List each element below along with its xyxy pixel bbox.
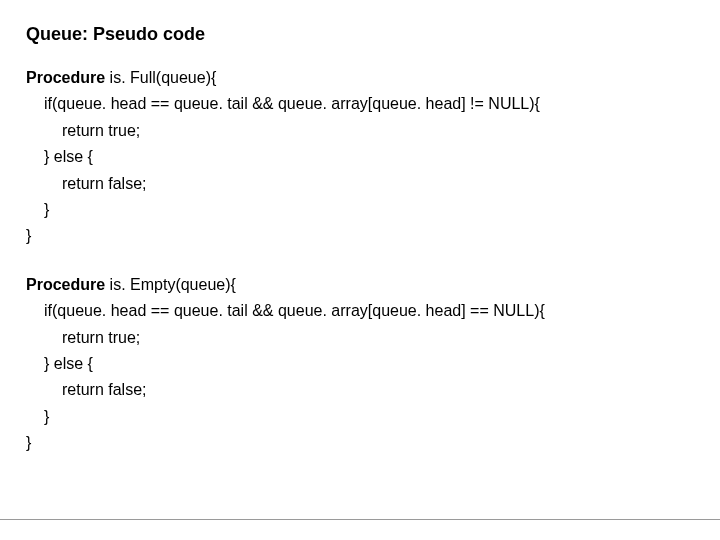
signature: is. Full(queue){	[105, 69, 216, 86]
slide: Queue: Pseudo code Procedure is. Full(qu…	[0, 0, 720, 540]
procedure-isempty: Procedure is. Empty(queue){ if(queue. he…	[26, 272, 694, 457]
code-line: }	[26, 430, 694, 456]
code-line: return false;	[26, 377, 694, 403]
code-line: return true;	[26, 325, 694, 351]
code-line: }	[26, 197, 694, 223]
procedure-isfull: Procedure is. Full(queue){ if(queue. hea…	[26, 65, 694, 250]
code-line: return true;	[26, 118, 694, 144]
code-line: } else {	[26, 351, 694, 377]
code-line: }	[26, 223, 694, 249]
horizontal-rule	[0, 519, 720, 520]
code-line: return false;	[26, 171, 694, 197]
signature: is. Empty(queue){	[105, 276, 236, 293]
code-line: Procedure is. Full(queue){	[26, 65, 694, 91]
code-line: Procedure is. Empty(queue){	[26, 272, 694, 298]
code-line: if(queue. head == queue. tail && queue. …	[26, 91, 694, 117]
keyword-procedure: Procedure	[26, 69, 105, 86]
code-line: }	[26, 404, 694, 430]
slide-title: Queue: Pseudo code	[26, 24, 694, 45]
code-line: } else {	[26, 144, 694, 170]
keyword-procedure: Procedure	[26, 276, 105, 293]
code-line: if(queue. head == queue. tail && queue. …	[26, 298, 694, 324]
